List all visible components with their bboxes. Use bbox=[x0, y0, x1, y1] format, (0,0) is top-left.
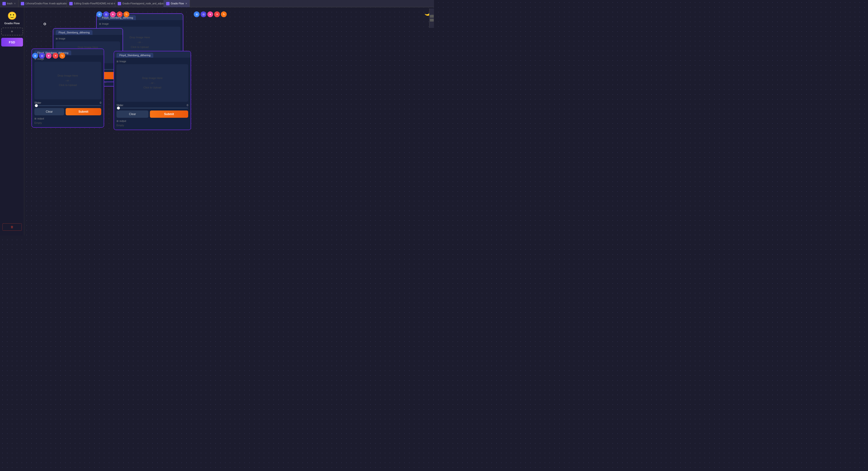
node-bottom-left-output-value: Empty bbox=[34, 121, 101, 125]
tab-trash[interactable]: trash ✕ bbox=[0, 0, 19, 7]
browser-tabs: trash ✕ LVivona/Gradio-Flow: A web appli… bbox=[0, 0, 434, 7]
side-panel-right bbox=[429, 8, 434, 28]
tool-layout-mid-left[interactable]: ⊟ bbox=[39, 53, 45, 59]
tool-layout-top-right[interactable]: ⊟ bbox=[200, 11, 206, 17]
tab-label-active: Gradio Flow bbox=[171, 2, 184, 5]
tab-gradio-flow-active[interactable]: Gradio Flow ✕ bbox=[164, 0, 190, 7]
tool-refresh-top-center[interactable]: ↻ bbox=[124, 11, 129, 17]
tab-editing-readme[interactable]: Editing Gradio-Flow/README.md at main · … bbox=[67, 0, 115, 7]
node-bottom-left-slider-label: Slider bbox=[34, 101, 41, 104]
tab-gif[interactable]: Gradio-Flow/append_node_and_adjust_heigh… bbox=[115, 0, 164, 7]
tab-close-active[interactable]: ✕ bbox=[185, 2, 187, 5]
node-bottom-right-slider-thumb[interactable] bbox=[117, 107, 120, 110]
toolbar-top-right: ⊞ ⊟ ♥ ✕ ↻ bbox=[194, 11, 227, 17]
sidebar: 🙂 Gradio Flow + FSD 🗑 bbox=[0, 7, 24, 235]
node-top-right-drop-text: Drop Image Here- or -Click to Upload bbox=[130, 35, 150, 50]
node-bottom-left-output-label: output bbox=[34, 117, 101, 120]
node-bottom-right-slider-track[interactable] bbox=[117, 108, 188, 109]
tab-icon-gif bbox=[118, 2, 121, 5]
node-bottom-right: Floyd_Steinberg_dithering Image Drop Ima… bbox=[114, 51, 191, 130]
node-bottom-right-slider-label: Slider bbox=[117, 104, 123, 107]
tool-delete-top-center[interactable]: ✕ bbox=[117, 11, 123, 17]
tool-share-top-center[interactable]: ♥ bbox=[110, 11, 116, 17]
sidebar-trash-zone[interactable]: 🗑 bbox=[2, 224, 22, 231]
tab-label-repo: LVivona/Gradio-Flow: A web application w… bbox=[25, 2, 67, 5]
tool-layout-top-center[interactable]: ⊟ bbox=[103, 11, 109, 17]
node-bottom-right-submit-btn[interactable]: Submit bbox=[150, 111, 188, 118]
node-bottom-right-drop-zone[interactable]: Drop Image Here- or -Click to Upload bbox=[117, 64, 188, 102]
tab-label-readme: Editing Gradio-Flow/README.md at main · … bbox=[74, 2, 115, 5]
node-bottom-right-output-value: Empty bbox=[117, 123, 188, 127]
tab-gradio-flow-repo[interactable]: LVivona/Gradio-Flow: A web application w… bbox=[19, 0, 67, 7]
tool-grid-top-center[interactable]: ⊞ bbox=[96, 11, 102, 17]
node-bottom-left-drop-text: Drop Image Here- or -Click to Upload bbox=[58, 73, 78, 88]
logo-emoji: 🙂 bbox=[7, 11, 17, 20]
node-mid-center-image-label: Image bbox=[56, 37, 120, 40]
tool-grid-top-right[interactable]: ⊞ bbox=[194, 11, 199, 17]
toolbar-mid-left: ⊞ ⊟ ♥ ✕ ↻ bbox=[32, 53, 65, 59]
tab-icon-active bbox=[166, 2, 169, 5]
node-bottom-left-submit-btn[interactable]: Submit bbox=[66, 108, 101, 115]
side-panel-btn-2[interactable] bbox=[430, 19, 434, 22]
node-mid-center-tab-bar: Floyd_Steinberg_dithering bbox=[53, 29, 123, 35]
node-bottom-left: Floyd_Steinberg_dithering Image Drop Ima… bbox=[31, 49, 104, 128]
sidebar-title: Gradio Flow bbox=[4, 22, 20, 25]
node-bottom-left-slider-value: 0 bbox=[100, 101, 101, 104]
tool-grid-mid-left[interactable]: ⊞ bbox=[32, 53, 38, 59]
tab-close-trash[interactable]: ✕ bbox=[14, 2, 16, 5]
side-panel-btn-1[interactable] bbox=[430, 15, 434, 18]
tab-icon-readme bbox=[69, 2, 73, 5]
node-bottom-right-slider-value: 0 bbox=[187, 104, 188, 107]
node-bottom-right-image-label: Image bbox=[117, 60, 188, 63]
tool-delete-top-right[interactable]: ✕ bbox=[214, 11, 220, 17]
tool-share-mid-left[interactable]: ♥ bbox=[46, 53, 52, 59]
node-bottom-left-drop-zone[interactable]: Drop Image Here- or -Click to Upload bbox=[34, 62, 101, 99]
node-bottom-right-tab-bar: Floyd_Steinberg_dithering bbox=[114, 51, 191, 58]
node-top-right-image-label: Image bbox=[99, 23, 180, 25]
tab-icon-repo bbox=[21, 2, 24, 5]
node-bottom-left-clear-btn[interactable]: Clear bbox=[34, 108, 64, 115]
tab-label-trash: trash bbox=[7, 2, 12, 5]
add-new-button[interactable]: + bbox=[1, 28, 23, 35]
mouse-cursor bbox=[43, 23, 46, 25]
trash-icon: 🗑 bbox=[11, 225, 13, 229]
node-mid-center-tab[interactable]: Floyd_Steinberg_dithering bbox=[56, 30, 93, 35]
fsd-button[interactable]: FSD bbox=[1, 38, 23, 47]
toolbar-top-center: ⊞ ⊟ ♥ ✕ ↻ bbox=[96, 11, 129, 17]
tool-delete-mid-left[interactable]: ✕ bbox=[53, 53, 58, 59]
tool-refresh-mid-left[interactable]: ↻ bbox=[59, 53, 65, 59]
tool-refresh-top-right[interactable]: ↻ bbox=[221, 11, 227, 17]
node-bottom-right-output-label: output bbox=[117, 120, 188, 122]
node-bottom-right-clear-btn[interactable]: Clear bbox=[117, 111, 149, 118]
node-bottom-left-slider-thumb[interactable] bbox=[35, 104, 38, 107]
tab-icon-trash bbox=[2, 2, 6, 5]
node-bottom-right-drop-text: Drop Image Here- or -Click to Upload bbox=[142, 76, 162, 90]
tab-label-gif: Gradio-Flow/append_node_and_adjust_heigh… bbox=[122, 2, 164, 5]
node-bottom-left-slider-track[interactable] bbox=[34, 105, 101, 106]
sidebar-logo: 🙂 bbox=[7, 11, 17, 21]
node-bottom-right-tab[interactable]: Floyd_Steinberg_dithering bbox=[117, 53, 153, 58]
tool-share-top-right[interactable]: ♥ bbox=[207, 11, 213, 17]
